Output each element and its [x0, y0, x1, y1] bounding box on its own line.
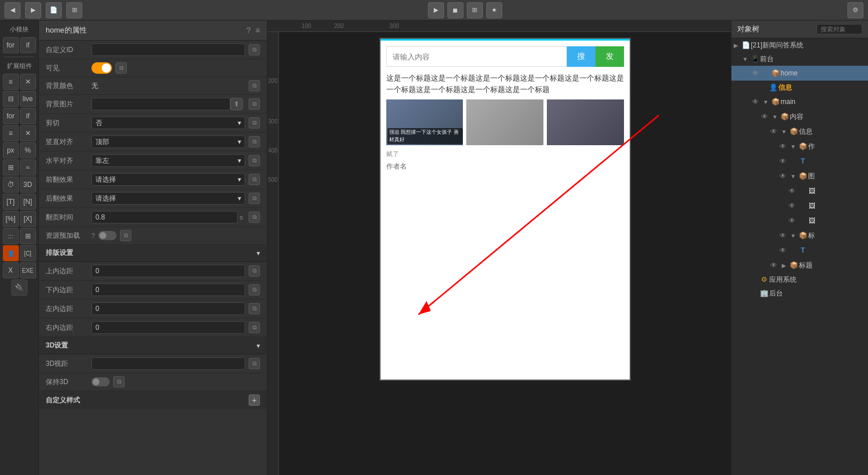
tree-item-text-t2[interactable]: 👁 T — [731, 243, 868, 258]
copy-btn-bg-image[interactable]: ⧉ — [249, 98, 260, 110]
copy-btn-3d-distance[interactable]: ⧉ — [249, 358, 260, 369]
eye-icon-images-group[interactable]: 👁 — [777, 170, 789, 182]
copy-btn-valign[interactable]: ⧉ — [249, 136, 260, 147]
layout-section-header[interactable]: 排版设置 ▾ — [39, 245, 267, 262]
copy-btn-keep-3d[interactable]: ⧉ — [113, 376, 125, 388]
copy-btn-padding-left[interactable]: ⧉ — [249, 303, 260, 314]
ext-icon-7[interactable]: ≡ — [3, 125, 19, 141]
ext-icon-9[interactable]: px — [3, 142, 19, 158]
eye-icon-img-2[interactable]: 👁 — [786, 200, 798, 211]
eye-icon-text-t2[interactable]: 👁 — [777, 245, 789, 256]
help-icon[interactable]: ? — [246, 26, 251, 35]
ext-icon-21[interactable]: [C] — [20, 245, 36, 261]
upload-btn-bg-image[interactable]: ⬆ — [230, 98, 243, 110]
tree-item-main[interactable]: 👁 ▼ 📦 main — [731, 94, 868, 109]
halign-select[interactable]: 靠左 ▾ — [91, 154, 245, 167]
ext-icon-15[interactable]: [T] — [3, 194, 19, 210]
tree-item-author-group[interactable]: 👁 ▼ 📦 作 — [731, 139, 868, 154]
clip-select[interactable]: 否 ▾ — [91, 117, 245, 129]
ext-icon-17[interactable]: [%] — [3, 211, 19, 227]
eye-icon-img-1[interactable]: 👁 — [786, 185, 798, 197]
menu-icon[interactable]: ≡ — [255, 26, 260, 35]
visible-toggle[interactable] — [91, 62, 112, 74]
eye-icon-headline[interactable]: 👁 — [768, 260, 779, 271]
ext-icon-22[interactable]: X — [3, 262, 19, 278]
ext-icon-20[interactable]: ⊞ — [20, 228, 36, 244]
eye-icon-img-3[interactable]: 👁 — [786, 215, 798, 226]
ext-icon-14[interactable]: 3D — [20, 177, 36, 193]
ext-icon-10[interactable]: % — [20, 142, 36, 158]
tree-item-info-home[interactable]: 👤 信息 — [731, 81, 868, 94]
ext-icon-13[interactable]: ⏱ — [3, 177, 19, 193]
ext-icon-23[interactable]: EXE — [20, 262, 36, 278]
tree-item-tag-group[interactable]: 👁 ▼ 📦 标 — [731, 228, 868, 243]
copy-btn-custom-id[interactable]: ⧉ — [249, 44, 260, 55]
tree-item-info-sub[interactable]: 👁 ▼ 📦 信息 — [731, 124, 868, 139]
tree-item-home[interactable]: 👁 📦 home — [731, 66, 868, 81]
copy-btn-flip-time[interactable]: ⧉ — [249, 211, 260, 223]
ext-icon-11[interactable]: ⊞ — [3, 159, 19, 175]
grid-button[interactable]: ⊞ — [66, 2, 82, 18]
valign-select[interactable]: 顶部 ▾ — [91, 135, 245, 148]
module-icon-1[interactable]: for — [3, 37, 19, 53]
ext-icon-19[interactable]: ::: — [3, 228, 19, 244]
search-button-sou[interactable]: 搜 — [567, 46, 595, 67]
ext-icon-16[interactable]: [N] — [20, 194, 36, 210]
module-icon-2[interactable]: if — [20, 37, 36, 53]
stop-button[interactable]: ⏹ — [447, 2, 463, 18]
bg-image-input[interactable] — [91, 98, 230, 110]
ext-icon-1[interactable]: ≡ — [3, 74, 19, 90]
add-style-button[interactable]: + — [249, 394, 260, 406]
ext-icon-6[interactable]: if — [20, 108, 36, 124]
ext-icon-3[interactable]: ⊟ — [3, 91, 19, 107]
eye-icon-home[interactable]: 👁 — [750, 67, 761, 79]
tree-item-content[interactable]: 👁 ▼ 📦 内容 — [731, 109, 868, 124]
ext-icon-5[interactable]: for — [3, 108, 19, 124]
copy-btn-padding-top[interactable]: ⧉ — [249, 265, 260, 277]
back-flip-select[interactable]: 请选择 ▾ — [91, 192, 245, 205]
ext-icon-24[interactable]: 🔌 — [11, 280, 27, 296]
eye-icon-text-t[interactable]: 👁 — [777, 155, 789, 167]
tree-item-frontend[interactable]: ▼ 📱 前台 — [731, 52, 868, 66]
preload-help[interactable]: ? — [91, 232, 95, 239]
tree-item-img-3[interactable]: 👁 🖼 — [731, 213, 868, 228]
copy-btn-front-flip[interactable]: ⧉ — [249, 174, 260, 185]
star-button[interactable]: ★ — [486, 2, 502, 18]
flip-time-input[interactable] — [91, 211, 238, 223]
front-flip-select[interactable]: 请选择 ▾ — [91, 173, 245, 186]
ext-icon-18[interactable]: [X] — [20, 211, 36, 227]
padding-right-input[interactable] — [91, 321, 245, 334]
play-button[interactable]: ▶ — [428, 2, 444, 18]
copy-btn-padding-right[interactable]: ⧉ — [249, 322, 260, 333]
forward-button[interactable]: ▶ — [25, 2, 41, 18]
copy-btn-visible[interactable]: ⧉ — [115, 62, 127, 74]
eye-icon-main[interactable]: 👁 — [750, 96, 761, 107]
padding-bottom-input[interactable] — [91, 284, 245, 296]
settings-button[interactable]: ⚙ — [847, 2, 863, 18]
copy-btn-clip[interactable]: ⧉ — [249, 117, 260, 129]
tree-item-img-2[interactable]: 👁 🖼 — [731, 198, 868, 213]
tree-item-backend[interactable]: 🏢 后台 — [731, 286, 868, 300]
new-button[interactable]: 📄 — [46, 2, 62, 18]
ext-icon-8[interactable]: ✕ — [20, 125, 36, 141]
copy-btn-bg-color[interactable]: ⧉ — [249, 80, 260, 91]
search-button-fa[interactable]: 发 — [595, 46, 624, 67]
tree-item-headline[interactable]: 👁 ▶ 📦 标题 — [731, 258, 868, 273]
ext-icon-12[interactable]: ≈ — [20, 159, 36, 175]
object-search-input[interactable] — [817, 24, 862, 34]
eye-icon-info-sub[interactable]: 👁 — [768, 126, 779, 137]
ext-icon-2[interactable]: ✕ — [20, 74, 36, 90]
padding-top-input[interactable] — [91, 265, 245, 277]
custom-id-input[interactable] — [91, 43, 245, 56]
eye-icon-tag-group[interactable]: 👁 — [777, 230, 789, 241]
tree-item-img-1[interactable]: 👁 🖼 — [731, 183, 868, 198]
copy-btn-halign[interactable]: ⧉ — [249, 155, 260, 166]
layout-button[interactable]: ⊞ — [467, 2, 483, 18]
tree-item-app-system[interactable]: ⚙ 应用系统 — [731, 273, 868, 286]
3d-section-header[interactable]: 3D设置 ▾ — [39, 337, 267, 354]
tree-item-root[interactable]: ▶ 📄 [21]新闻问答系统 — [731, 38, 868, 52]
tree-item-images-group[interactable]: 👁 ▼ 📦 图 — [731, 169, 868, 183]
padding-left-input[interactable] — [91, 302, 245, 315]
ext-icon-4[interactable]: live — [20, 91, 36, 107]
keep-3d-toggle[interactable] — [91, 377, 110, 386]
